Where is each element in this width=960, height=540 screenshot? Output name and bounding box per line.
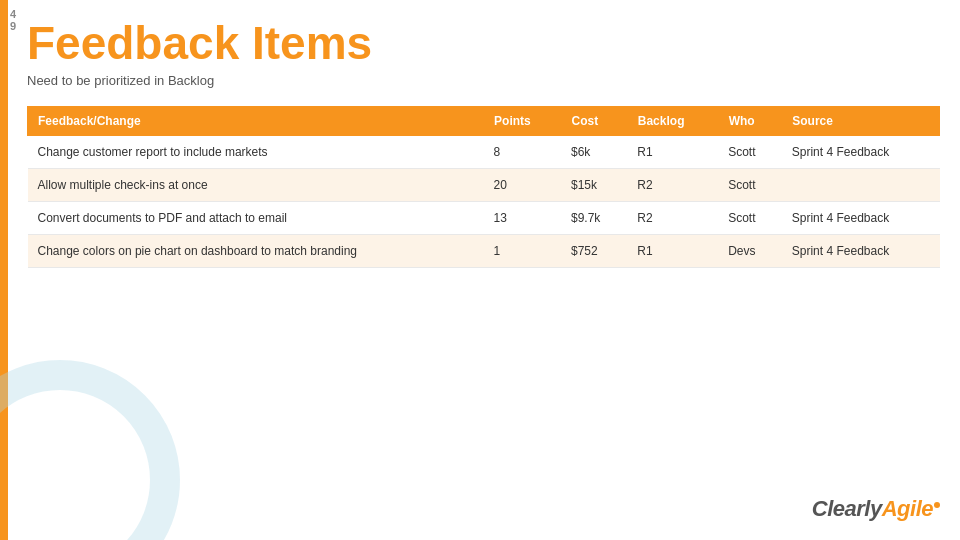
cell-row2-col1: 13 — [484, 201, 561, 234]
cell-row0-col3: R1 — [627, 135, 718, 168]
cell-row1-col0: Allow multiple check-ins at once — [28, 168, 484, 201]
cell-row3-col2: $752 — [561, 234, 627, 267]
cell-row3-col3: R1 — [627, 234, 718, 267]
cell-row2-col4: Scott — [718, 201, 782, 234]
table-row: Allow multiple check-ins at once20$15kR2… — [28, 168, 940, 201]
table-row: Change customer report to include market… — [28, 135, 940, 168]
table-header-row: Feedback/Change Points Cost Backlog Who … — [28, 106, 940, 135]
subtitle: Need to be prioritized in Backlog — [27, 73, 940, 88]
cell-row1-col2: $15k — [561, 168, 627, 201]
cell-row1-col4: Scott — [718, 168, 782, 201]
left-accent-bar — [0, 0, 8, 540]
cell-row0-col5: Sprint 4 Feedback — [782, 135, 940, 168]
logo-clearly: Clearly — [812, 496, 882, 521]
logo-registered — [934, 502, 940, 508]
page-title: Feedback Items — [27, 18, 940, 69]
cell-row0-col4: Scott — [718, 135, 782, 168]
col-header-who: Who — [718, 106, 782, 135]
slide-number: 49 — [10, 8, 16, 32]
cell-row3-col0: Change colors on pie chart on dashboard … — [28, 234, 484, 267]
cell-row3-col5: Sprint 4 Feedback — [782, 234, 940, 267]
cell-row0-col0: Change customer report to include market… — [28, 135, 484, 168]
cell-row2-col5: Sprint 4 Feedback — [782, 201, 940, 234]
cell-row2-col0: Convert documents to PDF and attach to e… — [28, 201, 484, 234]
col-header-backlog: Backlog — [627, 106, 718, 135]
table-row: Convert documents to PDF and attach to e… — [28, 201, 940, 234]
logo: ClearlyAgile — [812, 496, 940, 522]
table-row: Change colors on pie chart on dashboard … — [28, 234, 940, 267]
feedback-table: Feedback/Change Points Cost Backlog Who … — [27, 106, 940, 268]
col-header-cost: Cost — [561, 106, 627, 135]
logo-agile: Agile — [882, 496, 933, 521]
cell-row2-col3: R2 — [627, 201, 718, 234]
cell-row3-col1: 1 — [484, 234, 561, 267]
col-header-source: Source — [782, 106, 940, 135]
col-header-feedback: Feedback/Change — [28, 106, 484, 135]
cell-row3-col4: Devs — [718, 234, 782, 267]
main-content: Feedback Items Need to be prioritized in… — [27, 18, 940, 520]
col-header-points: Points — [484, 106, 561, 135]
cell-row1-col3: R2 — [627, 168, 718, 201]
cell-row1-col5 — [782, 168, 940, 201]
cell-row0-col2: $6k — [561, 135, 627, 168]
cell-row2-col2: $9.7k — [561, 201, 627, 234]
cell-row1-col1: 20 — [484, 168, 561, 201]
cell-row0-col1: 8 — [484, 135, 561, 168]
